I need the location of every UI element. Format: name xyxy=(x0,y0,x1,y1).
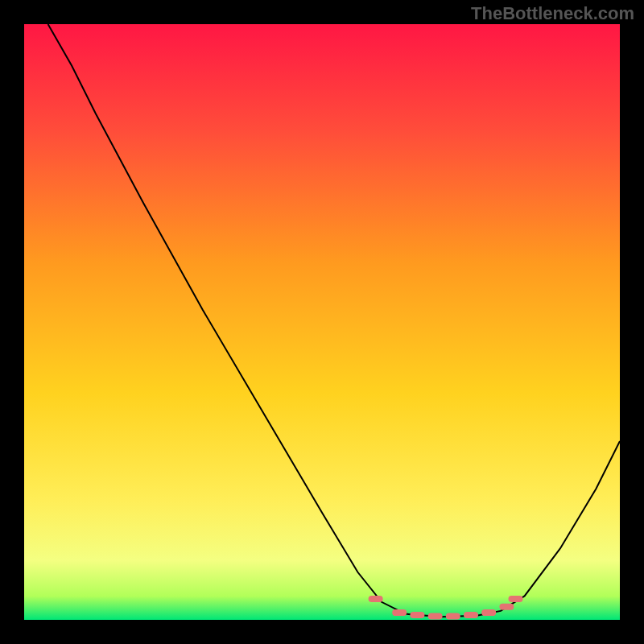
curve-marker xyxy=(509,596,523,602)
curve-marker xyxy=(369,596,383,602)
curve-marker xyxy=(464,612,478,618)
watermark-text: TheBottleneck.com xyxy=(471,3,634,24)
curve-marker xyxy=(392,609,407,616)
curve-marker xyxy=(410,612,424,618)
curve-marker xyxy=(499,604,514,610)
chart-curve-layer xyxy=(24,24,620,620)
curve-marker xyxy=(481,609,496,616)
curve-marker xyxy=(446,613,460,620)
bottleneck-curve-line xyxy=(48,24,620,617)
curve-marker xyxy=(428,613,443,620)
chart-plot-area xyxy=(24,24,620,620)
